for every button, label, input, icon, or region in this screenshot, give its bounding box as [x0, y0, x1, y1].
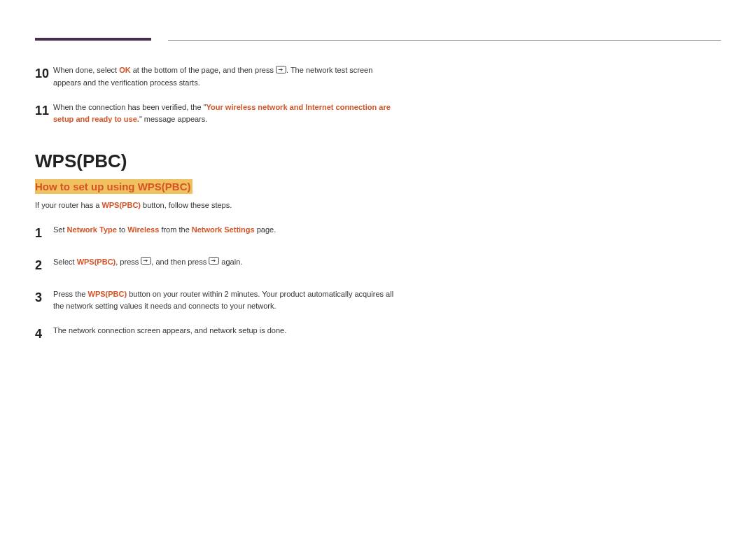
- text-fragment: again.: [219, 258, 242, 266]
- network-settings-label: Network Settings: [192, 225, 255, 234]
- text-fragment: , press: [115, 258, 141, 266]
- step-text: The network connection screen appears, a…: [53, 325, 399, 337]
- text-fragment: When the connection has been verified, t…: [53, 103, 206, 111]
- step-text: Select WPS(PBC), press , and then press …: [53, 256, 399, 269]
- step-number: 2: [35, 256, 53, 276]
- step-10-row: 10 When done, select OK at the bottom of…: [35, 64, 399, 89]
- step-3-row: 3 Press the WPS(PBC) button on your rout…: [35, 288, 399, 312]
- text-fragment: Select: [53, 258, 77, 266]
- step-2-row: 2 Select WPS(PBC), press , and then pres…: [35, 256, 399, 276]
- text-fragment: The network connection screen appears, a…: [53, 326, 286, 335]
- header-rule: [35, 38, 721, 41]
- step-text: Set Network Type to Wireless from the Ne…: [53, 224, 399, 236]
- step-4-row: 4 The network connection screen appears,…: [35, 325, 399, 344]
- document-page: 10 When done, select OK at the bottom of…: [0, 0, 756, 392]
- step-number: 1: [35, 224, 53, 244]
- text-fragment: to: [117, 225, 127, 234]
- text-fragment: If your router has a: [35, 201, 102, 209]
- text-fragment: " message appears.: [139, 115, 207, 123]
- wireless-label: Wireless: [127, 225, 159, 234]
- step-number: 10: [35, 64, 53, 84]
- step-text: When the connection has been verified, t…: [53, 101, 399, 125]
- text-fragment: from the: [159, 225, 191, 234]
- text-fragment: page.: [255, 225, 276, 234]
- ok-label: OK: [119, 66, 131, 74]
- subsection-heading: How to set up using WPS(PBC): [35, 179, 192, 194]
- wpspbc-label: WPS(PBC): [88, 290, 127, 298]
- step-11-row: 11 When the connection has been verified…: [35, 101, 399, 125]
- enter-icon: [141, 256, 151, 268]
- step-number: 4: [35, 325, 53, 344]
- text-fragment: Set: [53, 225, 67, 234]
- enter-icon: [276, 65, 286, 77]
- enter-icon: [209, 256, 219, 268]
- wpspbc-label: WPS(PBC): [77, 258, 116, 266]
- step-text: Press the WPS(PBC) button on your router…: [53, 288, 399, 312]
- content-column: 10 When done, select OK at the bottom of…: [35, 64, 399, 344]
- text-fragment: Press the: [53, 290, 88, 298]
- step-number: 3: [35, 288, 53, 308]
- section-heading: WPS(PBC): [35, 150, 399, 172]
- thin-rule: [168, 40, 721, 41]
- text-fragment: button, follow these steps.: [141, 201, 232, 209]
- intro-paragraph: If your router has a WPS(PBC) button, fo…: [35, 199, 399, 211]
- text-fragment: , and then press: [151, 258, 209, 266]
- accent-bar: [35, 38, 151, 41]
- step-1-row: 1 Set Network Type to Wireless from the …: [35, 224, 399, 244]
- text-fragment: When done, select: [53, 66, 119, 74]
- step-text: When done, select OK at the bottom of th…: [53, 64, 399, 89]
- step-number: 11: [35, 101, 53, 121]
- wpspbc-label: WPS(PBC): [102, 201, 141, 209]
- text-fragment: at the bottom of the page, and then pres…: [131, 66, 276, 74]
- network-type-label: Network Type: [67, 225, 117, 234]
